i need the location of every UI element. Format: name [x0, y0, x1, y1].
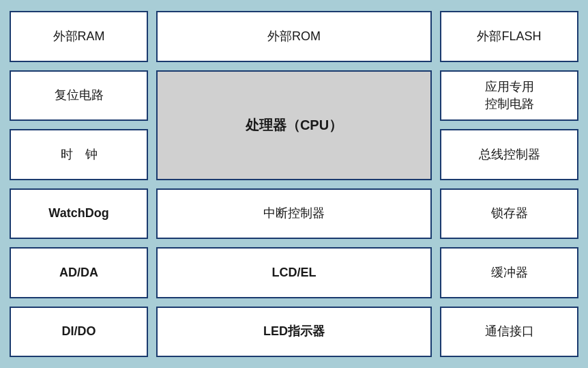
box-latch: 锁存器 — [440, 188, 578, 240]
cell-dido: DI/DO — [5, 302, 152, 362]
box-buffer: 缓冲器 — [440, 247, 578, 298]
cell-comm: 通信接口 — [436, 302, 583, 362]
box-clock: 时 钟 — [10, 129, 148, 180]
box-app-ctrl: 应用专用 控制电路 — [440, 70, 578, 122]
cell-clock: 时 钟 — [5, 125, 152, 184]
box-ram: 外部RAM — [10, 11, 148, 62]
box-adda: AD/DA — [10, 247, 148, 298]
box-bus-ctrl: 总线控制器 — [440, 129, 578, 180]
label-bus-ctrl: 总线控制器 — [479, 146, 540, 163]
cell-app-ctrl: 应用专用 控制电路 — [436, 66, 583, 126]
box-dido: DI/DO — [10, 307, 148, 358]
box-lcd: LCD/EL — [156, 247, 432, 298]
cell-lcd: LCD/EL — [152, 243, 436, 302]
box-comm: 通信接口 — [440, 307, 578, 358]
box-reset: 复位电路 — [10, 70, 148, 122]
label-rom: 外部ROM — [267, 28, 321, 45]
label-reset: 复位电路 — [55, 87, 104, 104]
box-flash: 外部FLASH — [440, 11, 578, 62]
cell-rom: 外部ROM — [152, 7, 436, 66]
cell-led: LED指示器 — [152, 302, 436, 362]
label-buffer: 缓冲器 — [491, 264, 528, 281]
cell-cpu: 处理器（CPU） — [152, 66, 436, 184]
label-adda: AD/DA — [59, 264, 98, 281]
cell-reset: 复位电路 — [5, 66, 152, 126]
label-clock: 时 钟 — [61, 146, 98, 163]
box-watchdog: WatchDog — [10, 188, 148, 240]
label-led: LED指示器 — [263, 323, 325, 340]
cell-adda: AD/DA — [5, 243, 152, 302]
cell-watchdog: WatchDog — [5, 184, 152, 244]
box-cpu: 处理器（CPU） — [156, 70, 432, 180]
cell-flash: 外部FLASH — [436, 7, 583, 66]
label-dido: DI/DO — [61, 323, 95, 340]
box-interrupt: 中断控制器 — [156, 188, 432, 240]
label-ram: 外部RAM — [53, 28, 105, 45]
diagram-container: 外部RAM 外部ROM 外部FLASH 复位电路 处理器（CPU） 应用专用 控… — [0, 0, 588, 368]
label-interrupt: 中断控制器 — [263, 205, 325, 222]
label-app-ctrl: 应用专用 控制电路 — [485, 79, 534, 113]
cell-ram: 外部RAM — [5, 7, 152, 66]
label-latch: 锁存器 — [491, 205, 528, 222]
label-flash: 外部FLASH — [477, 28, 541, 45]
label-lcd: LCD/EL — [272, 264, 317, 281]
box-rom: 外部ROM — [156, 11, 432, 62]
cell-bus-ctrl: 总线控制器 — [436, 125, 583, 184]
box-led: LED指示器 — [156, 307, 432, 358]
label-comm: 通信接口 — [485, 323, 534, 340]
cell-latch: 锁存器 — [436, 184, 583, 244]
cell-interrupt: 中断控制器 — [152, 184, 436, 244]
label-cpu: 处理器（CPU） — [246, 115, 342, 135]
label-watchdog: WatchDog — [48, 205, 108, 222]
cell-buffer: 缓冲器 — [436, 243, 583, 302]
